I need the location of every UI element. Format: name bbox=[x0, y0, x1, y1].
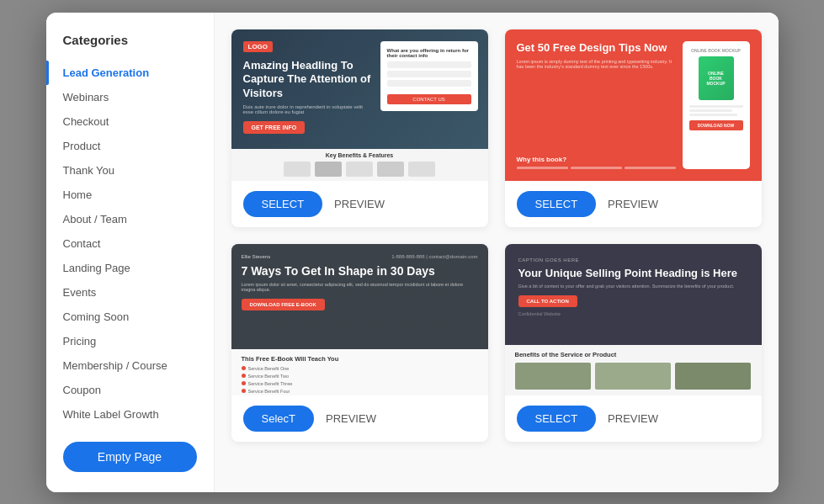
benefits-block-5 bbox=[408, 162, 435, 177]
template-4-preview-link[interactable]: PREVIEW bbox=[608, 412, 658, 425]
benefits-block-4 bbox=[377, 162, 404, 177]
sidebar-item-membership-course: Membership / Course bbox=[46, 353, 214, 378]
template-3-bottom: This Free E-Book Will Teach You Service … bbox=[231, 349, 488, 395]
templates-grid: LOGO Amazing Headling To Capture The Att… bbox=[231, 29, 762, 442]
sidebar-item-thank-you: Thank You bbox=[46, 158, 214, 183]
sidebar-item-about-team: About / Team bbox=[46, 207, 214, 231]
sidebar-item-label[interactable]: Product bbox=[46, 134, 214, 158]
sidebar-item-label[interactable]: Checkout bbox=[46, 109, 214, 134]
sidebar-item-label[interactable]: Contact bbox=[46, 231, 214, 256]
template-4-sub: Give a bit of context to your offer and … bbox=[518, 284, 748, 289]
template-3-select-button[interactable]: SelecT bbox=[243, 406, 314, 432]
template-card-4: CAPTION GOES HERE Your Unique Selling Po… bbox=[505, 244, 762, 442]
list-dot-4 bbox=[242, 389, 246, 393]
template-4-cta-btn: CALL TO ACTION bbox=[518, 295, 577, 307]
template-1-cta-button: GET FREE INFO bbox=[243, 121, 306, 134]
book-line-1 bbox=[689, 105, 743, 108]
categories-sidebar: Categories Lead Generation Webinars Chec… bbox=[46, 13, 215, 492]
book-cover-text: ONLINEBOOKMOCKUP bbox=[706, 71, 725, 86]
template-2-bottom: Why this book? bbox=[517, 149, 676, 169]
template-2-actions: SELECT PREVIEW bbox=[505, 181, 762, 227]
template-3-sub: Lorem ipsum dolor sit amet, consectetur … bbox=[242, 282, 478, 292]
template-1-form: What are you offering in return for thei… bbox=[380, 41, 478, 111]
list-item-1: Service Benefit One bbox=[242, 366, 293, 371]
sidebar-item-label[interactable]: Thank You bbox=[46, 158, 214, 183]
sidebar-item-label[interactable]: About / Team bbox=[46, 207, 214, 231]
sidebar-item-label[interactable]: Webinars bbox=[46, 85, 214, 109]
template-3-preview-link[interactable]: PREVIEW bbox=[326, 412, 376, 425]
sidebar-item-label[interactable]: Pricing bbox=[46, 329, 214, 353]
template-4-bottom: Benefits of the Service or Product bbox=[505, 345, 762, 395]
template-1-benefits-section: Key Benefits & Features bbox=[231, 149, 488, 181]
sidebar-item-label[interactable]: Events bbox=[46, 280, 214, 305]
book-lines bbox=[689, 105, 743, 116]
book-cover: ONLINEBOOKMOCKUP bbox=[699, 56, 734, 100]
template-card-3: Ellie Stevens 1-888-888-888 | contact@do… bbox=[231, 244, 488, 442]
template-card-1: LOGO Amazing Headling To Capture The Att… bbox=[231, 29, 488, 227]
line-3 bbox=[625, 167, 676, 169]
template-4-preview: CAPTION GOES HERE Your Unique Selling Po… bbox=[505, 244, 762, 395]
template-1-preview-link[interactable]: PREVIEW bbox=[334, 198, 385, 210]
sidebar-item-label[interactable]: Home bbox=[46, 183, 214, 207]
template-3-list-cols: Service Benefit One Service Benefit Two … bbox=[242, 366, 478, 394]
sidebar-item-label[interactable]: Coupon bbox=[46, 378, 214, 402]
sidebar-item-label[interactable]: Membership / Course bbox=[46, 353, 214, 378]
template-1-form-submit: CONTACT US bbox=[387, 94, 471, 104]
empty-page-button[interactable]: Empty Page bbox=[63, 442, 197, 472]
sidebar-item-lead-generation: Lead Generation bbox=[46, 61, 214, 85]
template-4-img-1 bbox=[515, 363, 591, 390]
list-text-1: Service Benefit One bbox=[248, 366, 290, 371]
sidebar-item-events: Events bbox=[46, 280, 214, 305]
sidebar-title: Categories bbox=[46, 33, 214, 61]
template-1-sub: Duis aute irure dolor in reprehenderit i… bbox=[243, 104, 371, 114]
line-2 bbox=[571, 167, 622, 169]
sidebar-item-label[interactable]: Lead Generation bbox=[46, 61, 214, 85]
template-4-select-button[interactable]: SELECT bbox=[517, 406, 597, 432]
sidebar-item-landing-page: Landing Page bbox=[46, 256, 214, 280]
template-2-select-button[interactable]: SELECT bbox=[517, 191, 597, 217]
template-2-sub: Lorem ipsum is simply dummy text of the … bbox=[517, 59, 676, 69]
sidebar-item-label[interactable]: Landing Page bbox=[46, 256, 214, 280]
template-4-actions: SELECT PREVIEW bbox=[505, 395, 762, 442]
sidebar-item-label[interactable]: White Label Growth bbox=[46, 402, 214, 427]
list-dot-1 bbox=[242, 366, 246, 370]
template-3-teach-label: This Free E-Book Will Teach You bbox=[242, 355, 478, 363]
sidebar-item-contact: Contact bbox=[46, 231, 214, 256]
template-1-heading: Amazing Headling To Capture The Attentio… bbox=[243, 59, 371, 102]
sidebar-item-white-label-growth: White Label Growth bbox=[46, 402, 214, 427]
template-2-download-btn: DOWNLOAD NOW bbox=[689, 120, 743, 130]
benefits-block-1 bbox=[284, 162, 311, 177]
sidebar-item-webinars: Webinars bbox=[46, 85, 214, 109]
template-2-book: ONLINE BOOK MOCKUP ONLINEBOOKMOCKUP DOWN… bbox=[683, 41, 750, 169]
template-1-select-button[interactable]: SELECT bbox=[243, 191, 323, 217]
template-2-preview-link[interactable]: PREVIEW bbox=[608, 198, 658, 210]
list-item-2: Service Benefit Two bbox=[242, 374, 293, 379]
template-3-author: Ellie Stevens bbox=[242, 254, 271, 259]
sidebar-item-home: Home bbox=[46, 183, 214, 207]
template-1-logo: LOGO bbox=[243, 41, 274, 52]
sidebar-item-product: Product bbox=[46, 134, 214, 158]
template-3-heading: 7 Ways To Get In Shape in 30 Days bbox=[242, 263, 478, 279]
template-card-2: Get 50 Free Design Tips Now Lorem ipsum … bbox=[505, 29, 762, 227]
benefits-block-3 bbox=[346, 162, 373, 177]
template-3-cta-button: DOWNLOAD FREE E-BOOK bbox=[242, 299, 325, 310]
template-4-img-3 bbox=[675, 363, 751, 390]
template-1-benefits-blocks bbox=[284, 162, 435, 177]
template-4-benefits-label: Benefits of the Service or Product bbox=[515, 351, 752, 358]
book-line-2 bbox=[689, 109, 732, 112]
template-selector-modal: Categories Lead Generation Webinars Chec… bbox=[46, 13, 779, 492]
template-3-header: Ellie Stevens 1-888-888-888 | contact@do… bbox=[242, 254, 478, 259]
template-2-left: Get 50 Free Design Tips Now Lorem ipsum … bbox=[517, 41, 676, 169]
sidebar-item-label[interactable]: Coming Soon bbox=[46, 305, 214, 329]
template-1-preview: LOGO Amazing Headling To Capture The Att… bbox=[231, 29, 488, 181]
template-1-form-field-2 bbox=[387, 71, 471, 77]
template-3-list: Service Benefit One Service Benefit Two … bbox=[242, 366, 293, 394]
template-1-actions: SELECT PREVIEW bbox=[231, 181, 488, 227]
template-2-preview: Get 50 Free Design Tips Now Lorem ipsum … bbox=[505, 29, 762, 181]
template-4-img-2 bbox=[595, 363, 671, 390]
sidebar-item-pricing: Pricing bbox=[46, 329, 214, 353]
sidebar-item-checkout: Checkout bbox=[46, 109, 214, 134]
template-4-images bbox=[515, 363, 752, 390]
benefits-block-2 bbox=[315, 162, 342, 177]
list-dot-2 bbox=[242, 374, 246, 378]
